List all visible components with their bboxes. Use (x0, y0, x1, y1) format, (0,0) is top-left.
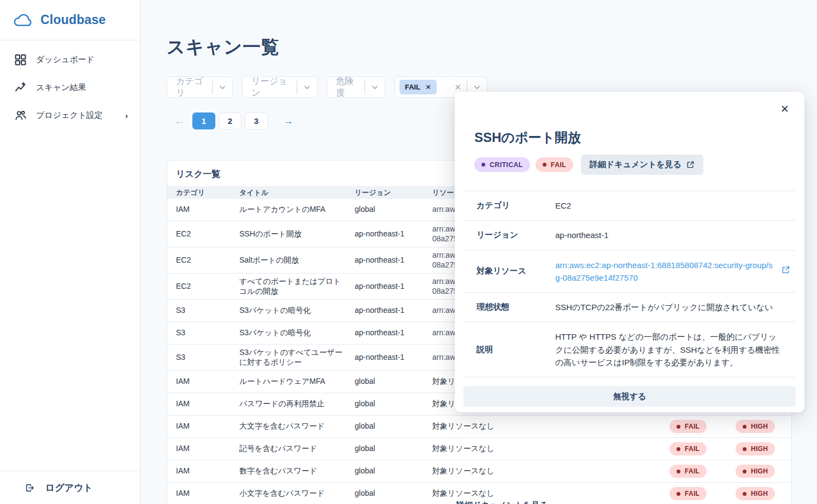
high-badge: HIGH (736, 465, 775, 478)
chevron-down-icon[interactable] (297, 81, 317, 94)
page-button-1[interactable]: 1 (192, 112, 215, 129)
chevron-right-icon: › (125, 111, 128, 120)
cell-region: global (355, 396, 432, 412)
project-settings-icon (15, 110, 26, 121)
cell-result: FAIL (669, 417, 736, 436)
cell-category: S3 (176, 303, 239, 319)
detail-panel: ✕ SSHのポート開放 CRITICAL FAIL 詳細ドキュメントを見る カテ… (455, 92, 804, 412)
cell-title: すべてのポートまたはプロトコルの開放 (239, 274, 355, 299)
cell-category: EC2 (176, 252, 239, 269)
sidebar-item-2[interactable]: プロジェクト設定› (0, 102, 140, 129)
clear-filter-icon[interactable]: ✕ (451, 82, 467, 92)
resource-arn-link[interactable]: arn:aws:ec2:ap-northeast-1:688185808742:… (555, 259, 775, 284)
chevron-down-icon[interactable] (365, 81, 385, 94)
detail-row-category: カテゴリ EC2 (463, 191, 796, 221)
cell-region: global (355, 463, 432, 479)
ignore-button[interactable]: 無視する (463, 386, 796, 407)
cell-region: global (355, 441, 432, 457)
cell-title: 大文字を含むパスワード (239, 418, 355, 435)
filter-chip[interactable]: FAIL✕ (399, 80, 437, 94)
fail-badge: FAIL (669, 487, 707, 500)
severity-dot-icon (481, 163, 485, 167)
app-logo[interactable]: Cloudbase (0, 0, 140, 40)
page-button-3[interactable]: 3 (245, 112, 268, 129)
external-link-icon[interactable] (781, 265, 790, 277)
filter-placeholder: 危険度 (327, 76, 365, 99)
logout-icon (25, 483, 34, 493)
cell-title: 数字を含むパスワード (239, 463, 355, 479)
cell-severity: HIGH (736, 461, 791, 481)
sidebar-item-label: プロジェクト設定 (36, 110, 103, 121)
filter-select-2[interactable]: 危険度 (327, 76, 385, 98)
column-header: カテゴリ (176, 188, 239, 198)
fail-badge: FAIL (669, 465, 707, 478)
detail-title: SSHのポート開放 (474, 129, 785, 146)
page-title: スキャン一覧 (167, 35, 280, 60)
cell-result: FAIL (669, 484, 736, 503)
cell-resource: 対象リソースなし (432, 441, 669, 457)
cell-region: ap-northeast-1 (355, 325, 432, 341)
table-row[interactable]: IAM記号を含むパスワードglobal対象リソースなしFAILHIGH (167, 438, 791, 460)
filter-placeholder: カテゴリ (167, 76, 212, 99)
filter-select-1[interactable]: リージョン (242, 76, 318, 98)
table-row[interactable]: IAM数字を含むパスワードglobal対象リソースなしFAILHIGH (167, 460, 791, 483)
sidebar-item-label: ダッシュボード (36, 55, 95, 65)
cell-category: S3 (176, 325, 239, 341)
sidebar-item-1[interactable]: スキャン結果 (0, 74, 140, 102)
high-badge: HIGH (736, 442, 775, 455)
close-icon[interactable]: ✕ (780, 104, 789, 114)
cell-title: S3バケットの暗号化 (239, 325, 355, 341)
chevron-down-icon[interactable] (212, 81, 232, 94)
cell-resource: 対象リソースなし (432, 463, 669, 479)
prev-page-button[interactable]: ← (167, 115, 192, 127)
cell-title: S3バケットの暗号化 (239, 303, 355, 319)
page-button-2[interactable]: 2 (219, 112, 242, 129)
cell-category: IAM (176, 463, 239, 479)
app-logo-text: Cloudbase (40, 13, 105, 27)
fail-dot-icon (677, 470, 680, 473)
detail-row-description: 説明 HTTP や HTTPS などの一部のポートは、一般的にパブリックに公開す… (463, 322, 796, 377)
column-header: タイトル (239, 188, 355, 198)
logout-button[interactable]: ログアウト (0, 471, 140, 504)
external-link-icon (686, 161, 695, 169)
view-docs-button[interactable]: 詳細ドキュメントを見る (581, 155, 703, 175)
cloud-icon (13, 13, 33, 27)
cell-category: IAM (176, 201, 239, 218)
high-dot-icon (743, 447, 747, 451)
pagination: ←123→ (167, 112, 301, 129)
filter-select-0[interactable]: カテゴリ (167, 76, 233, 98)
cell-resource: 対象リソースなし (432, 485, 669, 502)
cell-result: FAIL (669, 439, 736, 459)
cell-resource: 対象リソースなし (432, 418, 669, 435)
sidebar-item-0[interactable]: ダッシュボード (0, 46, 140, 74)
cell-region: global (355, 201, 432, 218)
cell-severity: HIGH (736, 484, 791, 503)
cell-title: SSHのポート開放 (239, 226, 355, 242)
dashboard-icon (15, 54, 26, 66)
logout-label: ログアウト (45, 482, 93, 494)
chip-remove-icon[interactable]: ✕ (425, 83, 431, 91)
cell-region: ap-northeast-1 (355, 349, 432, 366)
next-page-button[interactable]: → (275, 115, 301, 127)
detail-row-ideal-state: 理想状態 SSHのTCPの22番ポートがパブリックに開放されていない (463, 293, 796, 322)
high-badge: HIGH (736, 487, 775, 500)
cell-region: global (355, 373, 432, 390)
cell-category: IAM (176, 485, 239, 502)
fail-dot-icon (677, 492, 680, 496)
cell-category: EC2 (176, 226, 239, 242)
cell-title: 記号を含むパスワード (239, 441, 355, 457)
cell-title: Saltポートの開放 (239, 252, 355, 269)
filter-placeholder: リージョン (243, 76, 297, 99)
cell-region: ap-northeast-1 (355, 226, 432, 242)
cell-region: ap-northeast-1 (355, 278, 432, 295)
table-row[interactable]: IAM大文字を含むパスワードglobal対象リソースなしFAILHIGH (167, 416, 791, 438)
cell-region: global (355, 418, 432, 435)
filter-bar: カテゴリリージョン危険度FAIL✕✕ (167, 76, 497, 98)
result-badge: FAIL (536, 157, 573, 172)
cell-category: IAM (176, 373, 239, 390)
cell-title: パスワードの再利用禁止 (239, 396, 355, 412)
fail-dot-icon (677, 425, 680, 429)
sidebar-item-label: スキャン結果 (36, 82, 86, 93)
sidebar-menu: ダッシュボードスキャン結果プロジェクト設定› (0, 40, 140, 129)
result-dot-icon (543, 163, 546, 167)
